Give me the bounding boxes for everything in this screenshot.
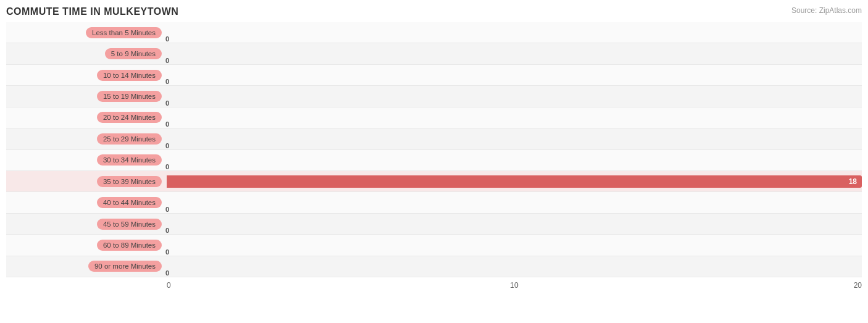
table-row: 25 to 29 Minutes0 [6, 128, 862, 149]
label-pill: 20 to 24 Minutes [97, 112, 162, 123]
chart-title: COMMUTE TIME IN MULKEYTOWN [6, 6, 862, 17]
bar-value-label: 0 [165, 99, 169, 107]
bar-value-label: 0 [165, 248, 169, 256]
bar: 18 [167, 175, 862, 188]
label-pill: 25 to 29 Minutes [97, 133, 162, 145]
bar-area: 0 [167, 150, 862, 170]
label-pill: Less than 5 Minutes [86, 27, 162, 38]
bar-value-label: 0 [165, 78, 169, 85]
bar-value-label: 0 [165, 163, 169, 170]
label-pill: 90 or more Minutes [88, 261, 162, 272]
label-area: 60 to 89 Minutes [6, 240, 167, 251]
label-area: Less than 5 Minutes [6, 27, 167, 38]
label-pill: 5 to 9 Minutes [105, 48, 162, 59]
table-row: 60 to 89 Minutes0 [6, 235, 862, 256]
table-row: 35 to 39 Minutes18 [6, 171, 862, 192]
label-pill: 15 to 19 Minutes [97, 91, 162, 102]
x-axis-label: 20 [854, 281, 862, 290]
label-area: 40 to 44 Minutes [6, 197, 167, 208]
bar-area: 0 [167, 192, 862, 212]
bar-area: 18 [167, 171, 862, 191]
label-area: 5 to 9 Minutes [6, 48, 167, 59]
bar-value-label: 0 [165, 269, 169, 277]
bar-area: 0 [167, 128, 862, 149]
label-area: 45 to 59 Minutes [6, 219, 167, 230]
table-row: 45 to 59 Minutes0 [6, 214, 862, 235]
bar-area: 0 [167, 235, 862, 255]
bar-area: 0 [167, 43, 862, 64]
label-area: 30 to 34 Minutes [6, 154, 167, 166]
table-row: Less than 5 Minutes0 [6, 22, 862, 43]
table-row: 15 to 19 Minutes0 [6, 86, 862, 107]
label-area: 20 to 24 Minutes [6, 112, 167, 123]
label-pill: 60 to 89 Minutes [97, 240, 162, 251]
table-row: 10 to 14 Minutes0 [6, 65, 862, 86]
label-area: 10 to 14 Minutes [6, 70, 167, 81]
bar-area: 0 [167, 107, 862, 128]
table-row: 30 to 34 Minutes0 [6, 150, 862, 171]
table-row: 5 to 9 Minutes0 [6, 43, 862, 64]
label-pill: 45 to 59 Minutes [97, 219, 162, 230]
bar-value-label: 0 [165, 120, 169, 128]
bar-value-label: 0 [165, 57, 169, 64]
bar-value-label: 0 [165, 35, 169, 43]
bar-value-label: 18 [849, 177, 857, 186]
bar-value-label: 0 [165, 227, 169, 234]
bar-area: 0 [167, 86, 862, 106]
x-axis: 01020 [167, 277, 862, 293]
bar-area: 0 [167, 256, 862, 277]
label-pill: 10 to 14 Minutes [97, 70, 162, 81]
bar-value-label: 0 [165, 206, 169, 213]
source-label: Source: ZipAtlas.com [791, 6, 862, 15]
chart-area: Less than 5 Minutes05 to 9 Minutes010 to… [6, 22, 862, 293]
label-pill: 30 to 34 Minutes [97, 154, 162, 166]
bar-area: 0 [167, 214, 862, 234]
table-row: 20 to 24 Minutes0 [6, 107, 862, 128]
label-area: 35 to 39 Minutes [6, 176, 167, 187]
label-pill: 40 to 44 Minutes [97, 197, 162, 208]
label-pill: 35 to 39 Minutes [97, 176, 162, 187]
bar-value-label: 0 [165, 142, 169, 149]
label-area: 15 to 19 Minutes [6, 91, 167, 102]
chart-container: COMMUTE TIME IN MULKEYTOWN Source: ZipAt… [0, 0, 868, 323]
rows-container: Less than 5 Minutes05 to 9 Minutes010 to… [6, 22, 862, 277]
label-area: 90 or more Minutes [6, 261, 167, 272]
bar-area: 0 [167, 22, 862, 43]
table-row: 40 to 44 Minutes0 [6, 192, 862, 213]
x-axis-label: 0 [167, 281, 171, 290]
table-row: 90 or more Minutes0 [6, 256, 862, 277]
label-area: 25 to 29 Minutes [6, 133, 167, 145]
bar-area: 0 [167, 65, 862, 85]
x-axis-label: 10 [510, 281, 518, 290]
